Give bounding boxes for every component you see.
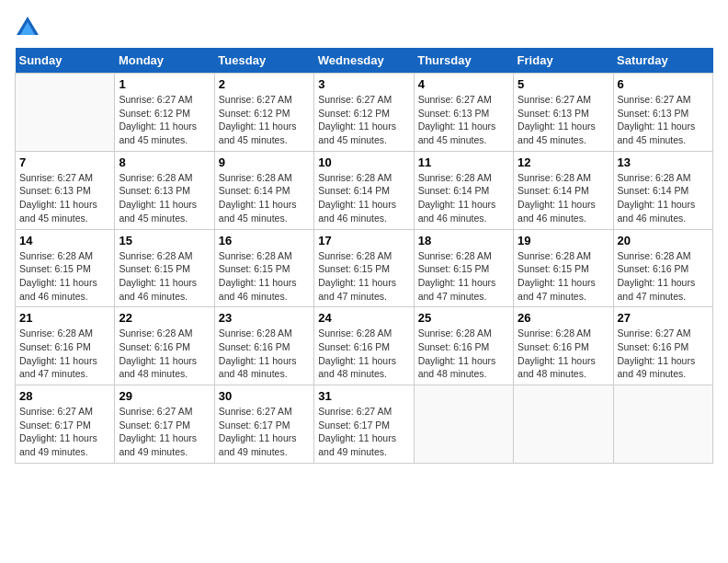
calendar-table: SundayMondayTuesdayWednesdayThursdayFrid… [15, 48, 713, 464]
day-info: Sunrise: 6:28 AM Sunset: 6:16 PM Dayligh… [119, 327, 210, 381]
day-info: Sunrise: 6:27 AM Sunset: 6:13 PM Dayligh… [19, 171, 110, 225]
day-info: Sunrise: 6:28 AM Sunset: 6:14 PM Dayligh… [418, 171, 509, 225]
day-number: 10 [318, 155, 409, 169]
day-number: 25 [418, 311, 509, 325]
calendar-cell: 26Sunrise: 6:28 AM Sunset: 6:16 PM Dayli… [514, 307, 613, 385]
week-row-1: 1Sunrise: 6:27 AM Sunset: 6:12 PM Daylig… [16, 74, 713, 152]
calendar-cell: 13Sunrise: 6:28 AM Sunset: 6:14 PM Dayli… [613, 151, 712, 229]
day-info: Sunrise: 6:27 AM Sunset: 6:17 PM Dayligh… [19, 405, 110, 459]
week-row-2: 7Sunrise: 6:27 AM Sunset: 6:13 PM Daylig… [16, 151, 713, 229]
day-info: Sunrise: 6:27 AM Sunset: 6:12 PM Dayligh… [318, 93, 409, 147]
day-number: 16 [219, 234, 310, 247]
day-info: Sunrise: 6:28 AM Sunset: 6:14 PM Dayligh… [518, 171, 609, 225]
day-number: 17 [318, 234, 409, 247]
day-number: 5 [518, 77, 609, 91]
calendar-cell: 9Sunrise: 6:28 AM Sunset: 6:14 PM Daylig… [214, 151, 313, 229]
header-day-sunday: Sunday [16, 48, 115, 74]
calendar-cell: 20Sunrise: 6:28 AM Sunset: 6:16 PM Dayli… [613, 229, 712, 307]
day-info: Sunrise: 6:28 AM Sunset: 6:16 PM Dayligh… [418, 327, 509, 381]
day-number: 11 [418, 155, 509, 169]
day-info: Sunrise: 6:28 AM Sunset: 6:15 PM Dayligh… [19, 249, 110, 304]
calendar-cell [414, 385, 513, 464]
day-info: Sunrise: 6:27 AM Sunset: 6:13 PM Dayligh… [518, 93, 609, 147]
day-number: 28 [19, 389, 110, 403]
calendar-cell: 19Sunrise: 6:28 AM Sunset: 6:15 PM Dayli… [514, 229, 613, 307]
calendar-cell: 25Sunrise: 6:28 AM Sunset: 6:16 PM Dayli… [414, 307, 513, 385]
day-number: 19 [518, 234, 609, 247]
day-number: 12 [518, 155, 609, 169]
day-info: Sunrise: 6:27 AM Sunset: 6:17 PM Dayligh… [318, 405, 409, 459]
header-day-friday: Friday [514, 48, 613, 74]
calendar-cell: 2Sunrise: 6:27 AM Sunset: 6:12 PM Daylig… [214, 74, 313, 152]
day-number: 15 [119, 234, 210, 247]
header-day-wednesday: Wednesday [314, 48, 414, 74]
calendar-body: 1Sunrise: 6:27 AM Sunset: 6:12 PM Daylig… [16, 74, 713, 464]
day-info: Sunrise: 6:28 AM Sunset: 6:16 PM Dayligh… [318, 327, 409, 381]
page-header [15, 15, 713, 40]
day-info: Sunrise: 6:28 AM Sunset: 6:16 PM Dayligh… [19, 327, 110, 381]
calendar-cell: 27Sunrise: 6:27 AM Sunset: 6:16 PM Dayli… [613, 307, 712, 385]
calendar-cell: 7Sunrise: 6:27 AM Sunset: 6:13 PM Daylig… [16, 151, 115, 229]
calendar-cell: 8Sunrise: 6:28 AM Sunset: 6:13 PM Daylig… [115, 151, 214, 229]
day-number: 31 [318, 389, 409, 403]
day-number: 9 [219, 155, 310, 169]
calendar-cell: 21Sunrise: 6:28 AM Sunset: 6:16 PM Dayli… [16, 307, 115, 385]
day-info: Sunrise: 6:28 AM Sunset: 6:14 PM Dayligh… [618, 171, 709, 225]
calendar-cell: 12Sunrise: 6:28 AM Sunset: 6:14 PM Dayli… [514, 151, 613, 229]
calendar-header: SundayMondayTuesdayWednesdayThursdayFrid… [16, 48, 713, 74]
logo-icon [15, 15, 40, 40]
calendar-cell: 17Sunrise: 6:28 AM Sunset: 6:15 PM Dayli… [314, 229, 414, 307]
day-info: Sunrise: 6:28 AM Sunset: 6:14 PM Dayligh… [219, 171, 310, 225]
day-number: 2 [219, 77, 310, 91]
calendar-cell: 5Sunrise: 6:27 AM Sunset: 6:13 PM Daylig… [514, 74, 613, 152]
day-info: Sunrise: 6:28 AM Sunset: 6:15 PM Dayligh… [318, 249, 409, 304]
calendar-cell: 31Sunrise: 6:27 AM Sunset: 6:17 PM Dayli… [314, 385, 414, 464]
day-info: Sunrise: 6:28 AM Sunset: 6:14 PM Dayligh… [318, 171, 409, 225]
calendar-cell: 6Sunrise: 6:27 AM Sunset: 6:13 PM Daylig… [613, 74, 712, 152]
day-info: Sunrise: 6:27 AM Sunset: 6:16 PM Dayligh… [618, 327, 709, 381]
calendar-cell: 10Sunrise: 6:28 AM Sunset: 6:14 PM Dayli… [314, 151, 414, 229]
day-number: 14 [19, 234, 110, 247]
week-row-5: 28Sunrise: 6:27 AM Sunset: 6:17 PM Dayli… [16, 385, 713, 464]
header-day-tuesday: Tuesday [214, 48, 313, 74]
logo [15, 15, 44, 40]
day-number: 13 [618, 155, 709, 169]
day-number: 23 [219, 311, 310, 325]
day-number: 8 [119, 155, 210, 169]
day-info: Sunrise: 6:27 AM Sunset: 6:13 PM Dayligh… [418, 93, 509, 147]
day-number: 20 [618, 234, 709, 247]
header-row: SundayMondayTuesdayWednesdayThursdayFrid… [16, 48, 713, 74]
day-info: Sunrise: 6:27 AM Sunset: 6:12 PM Dayligh… [119, 93, 210, 147]
day-number: 30 [219, 389, 310, 403]
day-info: Sunrise: 6:27 AM Sunset: 6:13 PM Dayligh… [618, 93, 709, 147]
day-info: Sunrise: 6:28 AM Sunset: 6:13 PM Dayligh… [119, 171, 210, 225]
calendar-cell: 18Sunrise: 6:28 AM Sunset: 6:15 PM Dayli… [414, 229, 513, 307]
calendar-cell: 28Sunrise: 6:27 AM Sunset: 6:17 PM Dayli… [16, 385, 115, 464]
week-row-4: 21Sunrise: 6:28 AM Sunset: 6:16 PM Dayli… [16, 307, 713, 385]
calendar-cell: 1Sunrise: 6:27 AM Sunset: 6:12 PM Daylig… [115, 74, 214, 152]
day-info: Sunrise: 6:27 AM Sunset: 6:17 PM Dayligh… [119, 405, 210, 459]
calendar-cell [613, 385, 712, 464]
calendar-cell [514, 385, 613, 464]
calendar-cell: 30Sunrise: 6:27 AM Sunset: 6:17 PM Dayli… [214, 385, 313, 464]
calendar-cell: 3Sunrise: 6:27 AM Sunset: 6:12 PM Daylig… [314, 74, 414, 152]
day-info: Sunrise: 6:27 AM Sunset: 6:17 PM Dayligh… [219, 405, 310, 459]
calendar-cell [16, 74, 115, 152]
calendar-cell: 15Sunrise: 6:28 AM Sunset: 6:15 PM Dayli… [115, 229, 214, 307]
day-info: Sunrise: 6:28 AM Sunset: 6:15 PM Dayligh… [219, 249, 310, 304]
calendar-cell: 24Sunrise: 6:28 AM Sunset: 6:16 PM Dayli… [314, 307, 414, 385]
week-row-3: 14Sunrise: 6:28 AM Sunset: 6:15 PM Dayli… [16, 229, 713, 307]
day-number: 4 [418, 77, 509, 91]
day-number: 22 [119, 311, 210, 325]
calendar-cell: 4Sunrise: 6:27 AM Sunset: 6:13 PM Daylig… [414, 74, 513, 152]
day-info: Sunrise: 6:28 AM Sunset: 6:15 PM Dayligh… [518, 249, 609, 304]
calendar-cell: 22Sunrise: 6:28 AM Sunset: 6:16 PM Dayli… [115, 307, 214, 385]
calendar-cell: 29Sunrise: 6:27 AM Sunset: 6:17 PM Dayli… [115, 385, 214, 464]
day-info: Sunrise: 6:28 AM Sunset: 6:16 PM Dayligh… [618, 249, 709, 304]
day-info: Sunrise: 6:27 AM Sunset: 6:12 PM Dayligh… [219, 93, 310, 147]
day-number: 6 [618, 77, 709, 91]
day-number: 7 [19, 155, 110, 169]
day-number: 1 [119, 77, 210, 91]
calendar-cell: 16Sunrise: 6:28 AM Sunset: 6:15 PM Dayli… [214, 229, 313, 307]
day-number: 26 [518, 311, 609, 325]
